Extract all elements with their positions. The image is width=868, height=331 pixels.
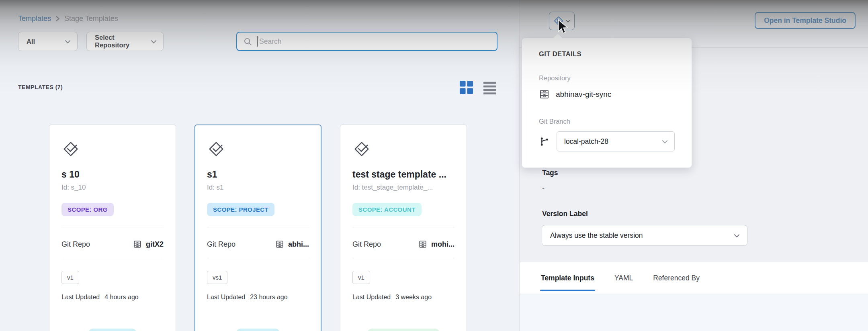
template-id: Id: test_stage_template_... [352,184,454,192]
search-icon [244,37,252,46]
repo-icon [133,240,142,249]
tab-content [520,294,868,331]
chevron-down-icon [734,231,740,240]
divider [352,258,454,258]
git-repo-label: Git Repo [207,240,235,249]
template-id: Id: s_10 [61,184,164,192]
git-repo-row: Git Repo abhi... [207,240,309,249]
divider [352,227,454,227]
repository-row: abhinav-git-sync [539,89,611,100]
repo-icon [275,240,284,249]
repository-value: abhinav-git-sync [556,90,611,99]
template-icon [352,140,371,158]
details-tabs: Template Inputs YAML Referenced By [520,262,868,294]
git-branch-icon [539,136,550,147]
stage-type-chip [368,329,439,331]
version-chip: vs1 [207,271,227,284]
last-updated-row: Last Updated 3 weeks ago [352,294,454,301]
template-icon [61,140,80,158]
type-filter-dropdown[interactable]: All [18,32,78,51]
last-updated-value: 23 hours ago [250,294,287,301]
filter-bar: All Select Repository [18,32,164,51]
git-branch-row: local-patch-28 [539,131,675,151]
version-label-dropdown[interactable]: Always use the stable version [542,225,747,246]
git-repo-row: Git Repo gitX2 [61,240,164,249]
scope-badge: SCOPE: PROJECT [207,203,274,216]
chevron-right-icon [55,16,60,22]
version-label-heading: Version Label [542,210,588,218]
last-updated-label: Last Updated [207,294,245,301]
version-chip: v1 [61,271,79,284]
search-input[interactable] [258,37,497,46]
last-updated-row: Last Updated 23 hours ago [207,294,309,301]
last-updated-value: 3 weeks ago [395,294,432,301]
git-repo-name: abhi... [288,240,309,249]
chevron-down-icon [65,38,71,45]
breadcrumb: Templates Stage Templates [18,14,118,23]
git-repo-value: abhi... [275,240,309,249]
git-repo-value: mohi... [418,240,454,249]
templates-list-panel: Templates Stage Templates All Select Rep… [0,0,519,331]
divider [207,227,309,227]
tab-template-inputs[interactable]: Template Inputs [540,262,595,294]
template-title: s 10 [61,169,164,180]
breadcrumb-current-page: Stage Templates [64,14,118,23]
repo-icon [418,240,427,249]
breadcrumb-templates-link[interactable]: Templates [18,14,51,23]
git-sync-diamond-icon [553,16,564,26]
git-repo-name: mohi... [431,240,454,249]
git-repo-value: gitX2 [133,240,164,249]
stage-type-chip [89,329,136,331]
divider [61,227,164,227]
template-card-s10[interactable]: s 10 Id: s_10 SCOPE: ORG Git Repo gitX2 … [49,125,176,331]
git-repo-label: Git Repo [352,240,381,249]
repository-filter-value: Select Repository [95,34,151,49]
chevron-down-icon [151,38,157,45]
list-view-icon[interactable] [482,80,497,95]
git-branch-dropdown[interactable]: local-patch-28 [557,131,675,151]
template-title: s1 [207,169,309,180]
templates-count-label: TEMPLATES (7) [18,84,63,90]
template-icon [207,140,225,158]
tags-label: Tags [542,169,558,177]
last-updated-row: Last Updated 4 hours ago [61,294,164,301]
version-label-value: Always use the stable version [550,231,643,240]
tab-yaml[interactable]: YAML [614,262,634,294]
open-in-template-studio-button[interactable]: Open in Template Studio [755,12,856,29]
git-branch-value: local-patch-28 [564,137,608,146]
template-card-test-stage-template[interactable]: test stage template ... Id: test_stage_t… [340,125,467,331]
git-branch-label: Git Branch [539,118,570,125]
git-repo-label: Git Repo [61,240,90,249]
last-updated-label: Last Updated [61,294,100,301]
template-cards: s 10 Id: s_10 SCOPE: ORG Git Repo gitX2 … [49,125,467,331]
tags-value: - [542,184,545,192]
template-title: test stage template ... [352,169,454,180]
tab-referenced-by[interactable]: Referenced By [652,262,700,294]
scope-badge: SCOPE: ORG [61,203,114,216]
templates-list-header: TEMPLATES (7) [18,80,497,95]
stage-type-chip [237,329,280,331]
chevron-down-icon [662,137,668,146]
divider [61,258,164,258]
repository-label: Repository [539,74,571,82]
version-chip: v1 [352,271,370,284]
template-card-s1[interactable]: s1 Id: s1 SCOPE: PROJECT Git Repo abhi..… [194,125,321,331]
git-details-button[interactable] [549,12,575,30]
repo-icon [539,89,550,100]
template-id: Id: s1 [207,184,309,192]
git-repo-row: Git Repo mohi... [352,240,454,249]
repository-filter-dropdown[interactable]: Select Repository [86,32,164,51]
git-repo-name: gitX2 [146,240,164,249]
last-updated-label: Last Updated [352,294,391,301]
search-box[interactable] [236,32,497,51]
divider [207,258,309,258]
git-details-title: GIT DETAILS [539,50,581,58]
last-updated-value: 4 hours ago [104,294,139,301]
scope-badge: SCOPE: ACCOUNT [352,203,422,216]
chevron-down-icon [565,19,571,23]
git-details-popup: GIT DETAILS Repository abhinav-git-sync … [522,38,692,168]
view-toggle [459,80,497,95]
type-filter-value: All [27,38,35,45]
grid-view-icon[interactable] [459,80,474,95]
